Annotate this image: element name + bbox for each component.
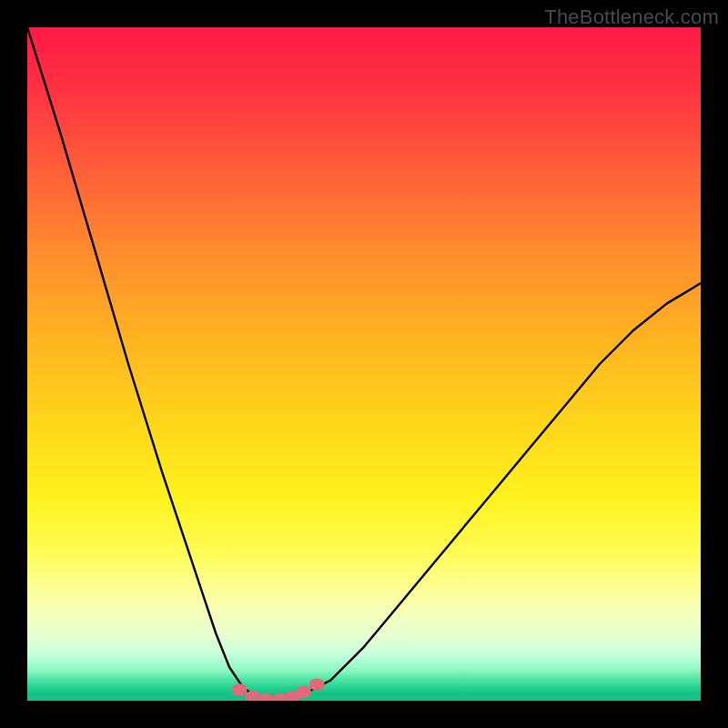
marker-dot bbox=[258, 693, 274, 701]
marker-dot bbox=[296, 686, 311, 699]
chart-stage: TheBottleneck.com bbox=[0, 0, 728, 728]
plot-area bbox=[27, 27, 701, 701]
curve-layer bbox=[27, 27, 701, 701]
watermark-text: TheBottleneck.com bbox=[544, 5, 719, 29]
marker-dot bbox=[232, 683, 248, 696]
marker-dot bbox=[309, 678, 325, 691]
bottleneck-curve bbox=[27, 27, 701, 701]
